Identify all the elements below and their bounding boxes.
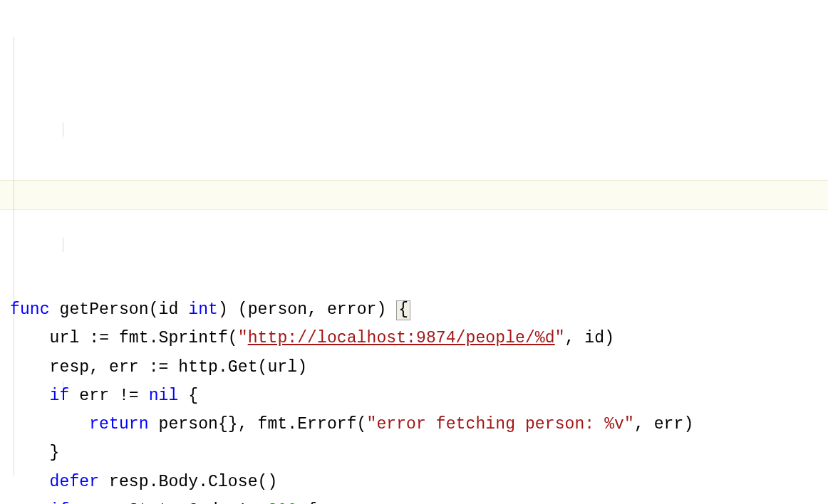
indent-guide-inner	[63, 122, 63, 137]
paren-close: )	[218, 300, 228, 319]
number-literal: 200	[267, 501, 297, 504]
keyword-defer: defer	[50, 473, 100, 491]
param-name: id	[159, 300, 179, 319]
paren-open: (	[238, 300, 248, 319]
code-content: func getPerson(id int) (person, error) {…	[10, 295, 828, 504]
return-type-1: person	[248, 300, 307, 319]
current-line-highlight	[0, 180, 828, 210]
function-name: getPerson	[60, 300, 149, 319]
string-literal: "error fetching person: %v"	[367, 415, 634, 434]
keyword-if: if	[50, 501, 70, 504]
paren-open: (	[149, 300, 159, 319]
matched-brace-open: {	[396, 300, 410, 320]
keyword-int: int	[188, 300, 218, 319]
url-string-literal: http://localhost:9874/people/%d	[248, 329, 555, 347]
paren-close: )	[376, 300, 386, 319]
indent-guide-inner	[63, 238, 63, 252]
keyword-if: if	[50, 387, 70, 405]
return-type-2: error	[327, 300, 377, 319]
keyword-nil: nil	[149, 387, 179, 405]
code-editor[interactable]: func getPerson(id int) (person, error) {…	[0, 0, 828, 504]
keyword-return: return	[89, 415, 148, 434]
code-line: resp, err := http.Get(url)	[50, 358, 307, 377]
var-url: url	[50, 329, 80, 347]
keyword-func: func	[10, 300, 50, 319]
brace-close: }	[50, 443, 60, 462]
